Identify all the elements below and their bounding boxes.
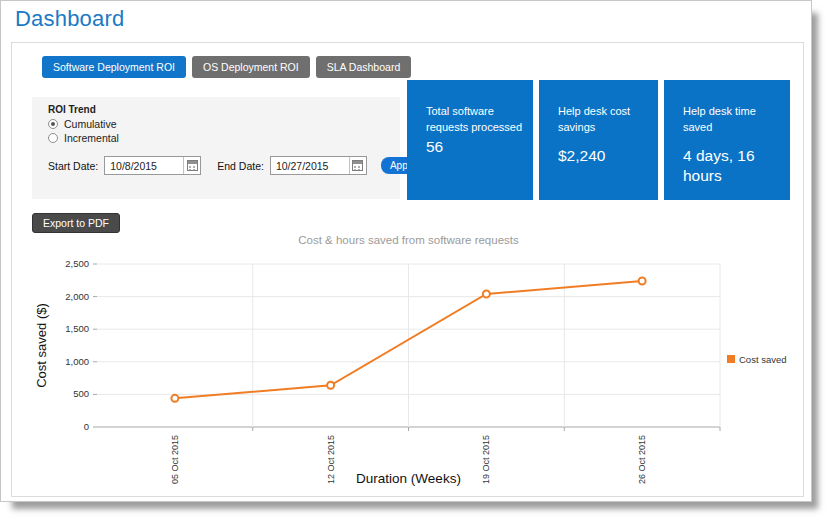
- kpi-label: Help desk time saved: [683, 104, 779, 136]
- kpi-help-desk-time-saved: Help desk time saved 4 days, 16 hours: [664, 80, 790, 200]
- start-date-input[interactable]: [105, 160, 183, 172]
- kpi-value: $2,240: [558, 146, 648, 166]
- radio-label-cumulative: Cumulative: [64, 118, 117, 130]
- data-point[interactable]: [327, 382, 334, 389]
- y-tick-label: 2,000: [65, 291, 89, 302]
- radio-option-incremental[interactable]: Incremental: [48, 132, 119, 144]
- y-tick-label: 1,500: [65, 323, 89, 334]
- x-tick-label: 26 Oct 2015: [637, 435, 647, 484]
- roi-filter-box: ROI Trend Cumulative Incremental Start D…: [32, 97, 400, 199]
- end-date-calendar-button[interactable]: [349, 157, 366, 174]
- x-tick-label: 19 Oct 2015: [481, 435, 491, 484]
- calendar-icon: [187, 160, 198, 171]
- kpi-value: 4 days, 16 hours: [683, 146, 775, 186]
- kpi-cards: Total software requests processed 56 Hel…: [407, 80, 790, 200]
- screen: Dashboard Software Deployment ROI OS Dep…: [0, 0, 826, 518]
- chart-title: Cost & hours saved from software request…: [12, 234, 805, 246]
- tab-software-deployment-roi[interactable]: Software Deployment ROI: [42, 56, 186, 78]
- data-point[interactable]: [171, 395, 178, 402]
- data-point[interactable]: [639, 277, 646, 284]
- kpi-value: 56: [426, 137, 518, 157]
- radio-button-cumulative[interactable]: [48, 119, 58, 129]
- dashboard-panel: Software Deployment ROI OS Deployment RO…: [11, 42, 804, 497]
- y-tick-label: 0: [84, 421, 89, 432]
- end-date-input[interactable]: [271, 160, 349, 172]
- date-filter-row: Start Date: End Date: Apply: [48, 156, 424, 175]
- y-tick-label: 2,500: [65, 258, 89, 269]
- radio-option-cumulative[interactable]: Cumulative: [48, 118, 117, 130]
- x-tick-label: 05 Oct 2015: [170, 435, 180, 484]
- x-tick-label: 12 Oct 2015: [326, 435, 336, 484]
- calendar-icon: [352, 160, 363, 171]
- y-tick-label: 1,000: [65, 356, 89, 367]
- legend-marker: [727, 355, 735, 363]
- kpi-label: Help desk cost savings: [558, 104, 648, 136]
- kpi-total-software-requests: Total software requests processed 56: [407, 80, 533, 200]
- end-date-inputbox: [270, 156, 367, 175]
- tab-bar: Software Deployment ROI OS Deployment RO…: [42, 56, 411, 78]
- end-date-label: End Date:: [217, 160, 264, 172]
- roi-line-chart: 05001,0001,5002,0002,50005 Oct 201512 Oc…: [32, 252, 792, 492]
- y-axis-title: Cost saved ($): [34, 303, 49, 388]
- radio-button-incremental[interactable]: [48, 133, 58, 143]
- y-tick-label: 500: [73, 388, 89, 399]
- tab-sla-dashboard[interactable]: SLA Dashboard: [316, 56, 412, 78]
- kpi-label: Total software requests processed: [426, 104, 522, 136]
- page-title: Dashboard: [15, 6, 124, 32]
- tab-os-deployment-roi[interactable]: OS Deployment ROI: [192, 56, 310, 78]
- data-point[interactable]: [483, 290, 490, 297]
- x-axis-title: Duration (Weeks): [356, 471, 461, 486]
- radio-label-incremental: Incremental: [64, 132, 119, 144]
- export-to-pdf-button[interactable]: Export to PDF: [32, 213, 120, 233]
- legend-label: Cost saved: [739, 354, 787, 365]
- roi-trend-label: ROI Trend: [48, 104, 96, 115]
- app-window: Dashboard Software Deployment ROI OS Dep…: [0, 0, 812, 502]
- kpi-help-desk-cost-savings: Help desk cost savings $2,240: [539, 80, 658, 200]
- start-date-inputbox: [104, 156, 201, 175]
- start-date-calendar-button[interactable]: [183, 157, 200, 174]
- start-date-label: Start Date:: [48, 160, 98, 172]
